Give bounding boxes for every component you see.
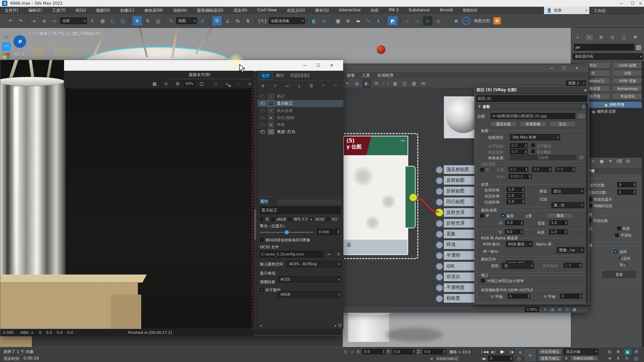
minimize-button[interactable]: — <box>616 0 626 7</box>
fov-icon[interactable]: ⊲ <box>606 355 613 361</box>
slate-menu-options[interactable]: 选项 <box>346 73 355 78</box>
slot-socket[interactable] <box>436 188 443 195</box>
menu-pm3[interactable]: PM 3 <box>389 8 398 13</box>
params-rollout-header[interactable]: ▼ 参数 ⣿ <box>475 103 588 110</box>
select-link-icon[interactable]: ∞ <box>30 16 39 25</box>
redo-button[interactable]: ↷ <box>16 16 25 25</box>
slot-socket[interactable] <box>436 263 443 270</box>
slate-zoom-value[interactable]: 178% <box>525 307 539 312</box>
prop-layer-name-field[interactable]: 显示校正 <box>260 206 341 214</box>
vfb-tab-log[interactable]: 日志[汉化] <box>287 72 312 80</box>
tab-create-icon[interactable]: ＋ <box>574 34 581 41</box>
view-image-button[interactable]: 查看图像 <box>520 121 546 127</box>
iterations-spinner[interactable] <box>633 182 636 187</box>
rmul-spinner[interactable] <box>521 193 525 198</box>
zoom-extents-all-icon[interactable]: ⊞ <box>633 349 640 355</box>
v-tile-field[interactable]: 1 <box>560 294 579 299</box>
modifier-button[interactable]: Retopology <box>612 85 643 92</box>
rgb-out-dropdown[interactable]: RGB 颜色 <box>506 241 533 247</box>
snap-toggle-icon[interactable]: Ω <box>212 16 222 26</box>
viewport-label[interactable]: [+] [透视] [用户定义] [默认明暗处理] <box>30 31 100 37</box>
gmul-spinner[interactable] <box>521 187 525 192</box>
filter-dropdown[interactable]: 夏…性 <box>551 202 584 208</box>
always-radio[interactable] <box>614 250 618 253</box>
browse-button[interactable]: ... <box>577 113 586 119</box>
modifier-list-dropdown[interactable]: 修改器列表 <box>573 53 643 60</box>
layer-row[interactable]: ▭ 来源: 灯光 <box>257 128 343 135</box>
slate-pan-icon[interactable]: ⌖ <box>542 306 548 313</box>
menu-file[interactable]: 文件(F) <box>5 8 18 13</box>
scale-tool-icon[interactable]: ◱ <box>154 16 162 25</box>
vfb-update-notice[interactable]: 新版本可用! <box>189 72 211 78</box>
mirror-icon[interactable]: ◧ <box>310 16 319 25</box>
schematic-view-icon[interactable]: ⬇ <box>374 16 383 25</box>
slot-socket[interactable] <box>436 284 443 292</box>
menu-tools[interactable]: 工具(T) <box>52 8 66 13</box>
unlink-icon[interactable]: ⊘ <box>40 16 49 25</box>
modifier-button[interactable]: 专业优化 <box>612 93 643 100</box>
vfb-clear-icon[interactable]: ⊠ <box>162 80 170 87</box>
slate-menu-tools[interactable]: 工具 <box>362 73 370 78</box>
bitmap-path-field[interactable]: H:\贴图\脏旧黑白图\脏旧 (5).jpg <box>491 113 575 119</box>
menu-edit[interactable]: 编辑(E) <box>28 8 42 13</box>
menu-customize[interactable]: 自定义(U) <box>287 8 305 13</box>
radio-ocio[interactable] <box>310 218 313 221</box>
slot-socket[interactable] <box>436 252 443 259</box>
reload-button[interactable]: 重新加载 <box>490 121 517 127</box>
bind-spacewarp-icon[interactable]: ∾ <box>50 16 59 25</box>
x-spinner[interactable] <box>382 349 385 354</box>
coord-system-dropdown[interactable]: 视图 <box>176 17 197 24</box>
command-panel-scrollbar[interactable] <box>642 61 644 347</box>
maximize-viewport-icon[interactable]: ◱ <box>633 355 640 361</box>
display-gamut-dropdown[interactable]: ACES <box>278 276 341 283</box>
layer-list-icon[interactable]: ☰ <box>308 82 315 89</box>
material-checkbox[interactable] <box>617 227 621 230</box>
layer-row[interactable]: ◆ 锐化/模糊 <box>257 114 343 121</box>
menu-animation[interactable]: 动画(A) <box>173 8 187 13</box>
u-tile-spinner[interactable] <box>527 294 530 299</box>
slate-m-icon[interactable]: m <box>420 80 427 87</box>
menu-create[interactable]: 创建(C) <box>120 8 134 13</box>
slot-socket[interactable] <box>436 295 443 302</box>
eye-icon[interactable] <box>260 102 265 105</box>
configure-modifier-sets-icon[interactable]: ⊟ <box>625 158 631 164</box>
radio-icc[interactable] <box>326 218 330 221</box>
rmul-field[interactable]: 1.0 <box>506 193 521 198</box>
slot-socket[interactable] <box>436 177 443 184</box>
alpha-src-dropdown[interactable]: 图像…ha <box>557 247 584 253</box>
fmul-spinner[interactable] <box>521 199 525 204</box>
select-by-name-icon[interactable]: ▤ <box>98 16 107 25</box>
exposure-slider-knob[interactable] <box>285 230 289 234</box>
tab-modify-icon[interactable]: ⌁ <box>585 34 593 41</box>
edit-named-sets-icon[interactable]: {✎} <box>257 16 267 25</box>
slot-socket[interactable] <box>436 241 443 249</box>
vfb-tab-stats[interactable]: 统计 <box>273 72 287 80</box>
save-rgb-checkbox[interactable] <box>260 238 264 242</box>
locate-button[interactable]: 定位 <box>549 121 576 127</box>
scroll-left-icon[interactable]: ◀ <box>260 324 262 327</box>
move-tool-icon[interactable]: ✢ <box>132 16 142 26</box>
motion-capture-icon[interactable]: ⋔ <box>564 355 569 361</box>
vfb-render-last-icon[interactable]: ♨▶ <box>222 79 232 88</box>
render-iterations-spinner[interactable] <box>633 189 636 195</box>
slate-zoom-selected-icon[interactable]: ▣ <box>571 306 578 313</box>
zoom-extents-icon[interactable]: ▣ <box>623 348 632 356</box>
vfb-region-render-icon[interactable]: ▢ <box>198 80 206 87</box>
red-sphere-object[interactable] <box>377 45 385 54</box>
modifier-button[interactable]: UVW 贴图 <box>612 62 643 69</box>
headphones-icon[interactable]: ∩ <box>452 16 461 25</box>
layer-row[interactable]: i 戳记 <box>257 93 343 100</box>
u-tile-field[interactable]: 1 <box>508 294 527 299</box>
slate-material-by-selection-icon[interactable]: ◫ <box>401 80 408 87</box>
bitmap-node[interactable]: (5) y 位图 — 源 <box>343 136 408 255</box>
slot-socket[interactable] <box>436 231 443 238</box>
spinner-snap-icon[interactable]: ⇅ <box>244 16 252 25</box>
scene-explorer-icon[interactable]: ▦ <box>334 16 342 25</box>
save-layers-icon[interactable]: ⤓ <box>296 82 303 89</box>
slot-socket-connected[interactable] <box>435 208 444 217</box>
layer-explorer-icon[interactable]: ≣ <box>344 16 353 25</box>
modifier-button[interactable]: 法线 <box>612 70 643 76</box>
radio-none[interactable] <box>260 218 263 221</box>
named-sets-dropdown[interactable]: 创建选择集 <box>269 17 305 24</box>
render-setup-icon[interactable]: ♨ <box>403 16 412 25</box>
